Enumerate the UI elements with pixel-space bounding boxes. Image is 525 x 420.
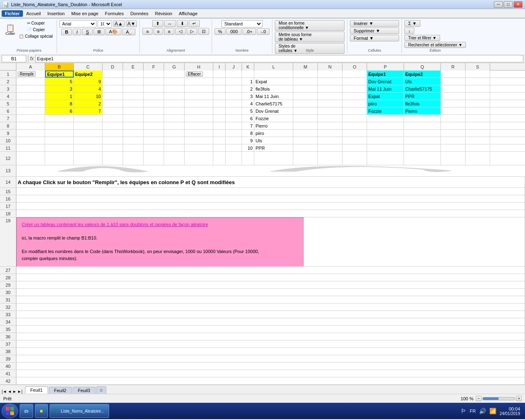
trier-filtrer-button[interactable]: Trier et filtrer ▼ <box>404 35 440 41</box>
cell-b5[interactable]: 8 <box>45 100 74 107</box>
cell-k1[interactable] <box>242 71 254 78</box>
col-header-l[interactable]: L <box>254 63 293 71</box>
cell-q11[interactable] <box>404 144 441 151</box>
cell-d11[interactable] <box>103 144 123 151</box>
percent-button[interactable]: % <box>215 28 226 35</box>
cell-e4[interactable] <box>123 93 144 100</box>
cell-e1[interactable] <box>123 71 144 78</box>
cell-28[interactable] <box>16 274 525 281</box>
cell-c7[interactable] <box>74 115 103 122</box>
cell-d12[interactable] <box>103 152 123 165</box>
cell-d7[interactable] <box>103 115 123 122</box>
col-header-g[interactable]: G <box>164 63 185 71</box>
cell-h10[interactable] <box>185 137 213 144</box>
cell-k9[interactable]: 8 <box>242 130 254 137</box>
cell-p5[interactable]: piiro <box>367 100 404 107</box>
cell-r7[interactable] <box>441 115 466 122</box>
cell-d6[interactable] <box>103 107 123 114</box>
tab-nav-next[interactable]: ► <box>12 389 16 394</box>
cell-o5[interactable] <box>342 100 367 107</box>
cell-g1[interactable] <box>164 71 185 78</box>
cell-n7[interactable] <box>318 115 342 122</box>
cell-i4[interactable] <box>213 93 226 100</box>
cell-g3[interactable] <box>164 85 185 92</box>
cell-f9[interactable] <box>144 130 164 137</box>
menu-accueil[interactable]: Accueil <box>23 10 44 17</box>
bold-button[interactable]: B <box>61 29 72 35</box>
start-button[interactable] <box>2 404 18 418</box>
cell-f11[interactable] <box>144 144 164 151</box>
cell-h7[interactable] <box>185 115 213 122</box>
cell-c6[interactable]: 7 <box>74 107 103 114</box>
cell-38[interactable] <box>16 348 525 355</box>
wrap-text-button[interactable]: ↵ <box>189 20 200 27</box>
cell-h9[interactable] <box>185 130 213 137</box>
cell-k8[interactable]: 7 <box>242 122 254 129</box>
cell-m2[interactable] <box>293 78 318 85</box>
cell-b8[interactable] <box>45 122 74 129</box>
cell-e5[interactable] <box>123 100 144 107</box>
cell-m5[interactable] <box>293 100 318 107</box>
cell-s5[interactable] <box>466 100 490 107</box>
cell-i10[interactable] <box>213 137 226 144</box>
col-header-j[interactable]: J <box>226 63 242 71</box>
menu-revision[interactable]: Révision <box>152 10 176 17</box>
cell-i5[interactable] <box>213 100 226 107</box>
coller-button[interactable]: 📋 Coller <box>4 23 16 37</box>
cell-n5[interactable] <box>318 100 342 107</box>
cell-h6[interactable] <box>185 107 213 114</box>
cell-i8[interactable] <box>213 122 226 129</box>
format-button[interactable]: Format ▼ <box>350 35 399 41</box>
cell-f12[interactable] <box>144 152 164 165</box>
cell-16[interactable] <box>16 195 525 202</box>
cell-15[interactable] <box>16 188 525 195</box>
col-header-k[interactable]: K <box>242 63 254 71</box>
cell-j5[interactable] <box>226 100 242 107</box>
cell-m6[interactable] <box>293 107 318 114</box>
cell-c11[interactable] <box>74 144 103 151</box>
copier-button[interactable]: 📄 Copier <box>18 27 54 33</box>
cell-b6[interactable]: 6 <box>45 107 74 114</box>
cell-p3[interactable]: Mai 11 Juin <box>367 85 404 92</box>
cell-b10[interactable] <box>45 137 74 144</box>
cell-r3[interactable] <box>441 85 466 92</box>
cell-a6[interactable] <box>16 107 45 114</box>
cell-32[interactable] <box>16 304 525 310</box>
cell-p2[interactable]: Dov Grenat <box>367 78 404 85</box>
cell-i9[interactable] <box>213 130 226 137</box>
cell-n12[interactable] <box>318 152 342 165</box>
cell-q3[interactable]: Charlie57175 <box>404 85 441 92</box>
cell-i11[interactable] <box>213 144 226 151</box>
taskbar-chrome[interactable]: ● <box>35 404 48 418</box>
cell-q10[interactable] <box>404 137 441 144</box>
cell-j7[interactable] <box>226 115 242 122</box>
cell-d8[interactable] <box>103 122 123 129</box>
cell-s4[interactable] <box>466 93 490 100</box>
cell-j2[interactable] <box>226 78 242 85</box>
col-header-f[interactable]: F <box>144 63 164 71</box>
cell-h3[interactable] <box>185 85 213 92</box>
cell-g6[interactable] <box>164 107 185 114</box>
cell-r5[interactable] <box>441 100 466 107</box>
cell-b4[interactable]: 1 <box>45 93 74 100</box>
cell-i12[interactable] <box>213 152 226 165</box>
cell-l11[interactable]: PPR <box>254 144 293 151</box>
cell-r12[interactable] <box>441 152 466 165</box>
col-header-h[interactable]: H <box>185 63 213 71</box>
col-header-r[interactable]: R <box>441 63 466 71</box>
cell-m9[interactable] <box>293 130 318 137</box>
cell-c2[interactable]: 9 <box>74 78 103 85</box>
cell-f6[interactable] <box>144 107 164 114</box>
cell-q6[interactable]: Pierro <box>404 107 441 114</box>
couper-button[interactable]: ✂ Couper <box>18 20 54 26</box>
cell-f3[interactable] <box>144 85 164 92</box>
cell-29[interactable] <box>16 281 525 288</box>
sheet-tab-feuil3[interactable]: Feuil3 <box>73 387 96 394</box>
cell-d3[interactable] <box>103 85 123 92</box>
menu-affichage[interactable]: Affichage <box>176 10 201 17</box>
zoom-slider[interactable] <box>482 397 515 400</box>
cell-a11[interactable] <box>16 144 45 151</box>
cell-s7[interactable] <box>466 115 490 122</box>
cell-q12[interactable] <box>404 152 441 165</box>
cell-s3[interactable] <box>466 85 490 92</box>
